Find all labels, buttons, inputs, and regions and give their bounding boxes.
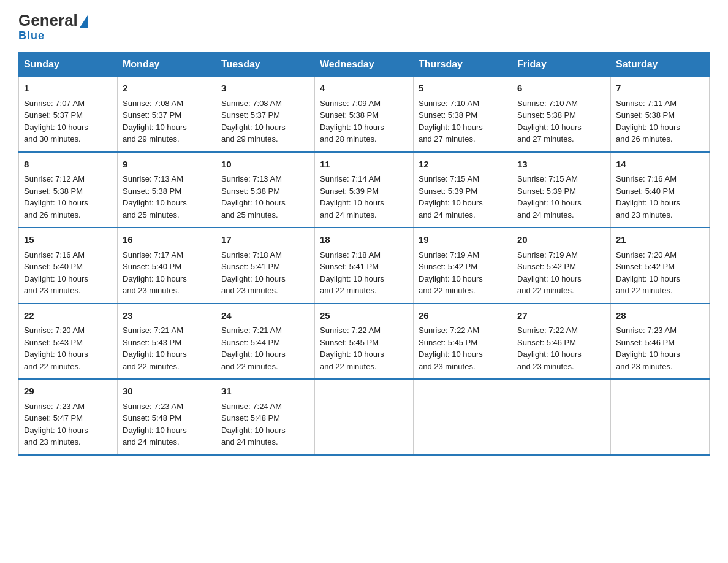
daylight-text: Daylight: 10 hours [320, 123, 384, 132]
calendar-body: 1Sunrise: 7:07 AMSunset: 5:37 PMDaylight… [19, 77, 710, 455]
daylight-minutes: and 22 minutes. [221, 362, 278, 371]
daylight-minutes: and 27 minutes. [517, 134, 574, 144]
daylight-minutes: and 25 minutes. [123, 210, 180, 220]
calendar-cell: 14Sunrise: 7:16 AMSunset: 5:40 PMDayligh… [611, 152, 710, 228]
sunset-text: Sunset: 5:38 PM [320, 110, 379, 120]
daylight-text: Daylight: 10 hours [221, 350, 286, 359]
calendar-cell: 22Sunrise: 7:20 AMSunset: 5:43 PMDayligh… [19, 304, 118, 380]
daylight-minutes: and 25 minutes. [221, 210, 278, 220]
sunset-text: Sunset: 5:40 PM [123, 262, 181, 271]
day-number: 10 [221, 158, 309, 172]
sunset-text: Sunset: 5:41 PM [320, 262, 379, 271]
daylight-text: Daylight: 10 hours [24, 350, 88, 359]
week-row-3: 15Sunrise: 7:16 AMSunset: 5:40 PMDayligh… [19, 228, 710, 304]
calendar-cell: 23Sunrise: 7:21 AMSunset: 5:43 PMDayligh… [118, 304, 216, 380]
day-number: 26 [419, 309, 507, 323]
daylight-text: Daylight: 10 hours [320, 198, 384, 207]
sunset-text: Sunset: 5:38 PM [123, 186, 181, 196]
day-number: 17 [221, 233, 309, 247]
daylight-minutes: and 23 minutes. [24, 286, 81, 295]
calendar-cell: 28Sunrise: 7:23 AMSunset: 5:46 PMDayligh… [611, 304, 710, 380]
sunset-text: Sunset: 5:39 PM [419, 186, 477, 196]
calendar-cell: 11Sunrise: 7:14 AMSunset: 5:39 PMDayligh… [315, 152, 414, 228]
sunrise-text: Sunrise: 7:08 AM [221, 99, 282, 108]
daylight-minutes: and 24 minutes. [517, 210, 574, 220]
sunrise-text: Sunrise: 7:20 AM [616, 250, 677, 259]
sunrise-text: Sunrise: 7:11 AM [616, 99, 677, 108]
sunrise-text: Sunrise: 7:10 AM [517, 99, 578, 108]
calendar-cell: 27Sunrise: 7:22 AMSunset: 5:46 PMDayligh… [512, 304, 611, 380]
sunrise-text: Sunrise: 7:21 AM [221, 326, 282, 335]
daylight-minutes: and 23 minutes. [616, 362, 673, 371]
daylight-minutes: and 24 minutes. [419, 210, 476, 220]
sunset-text: Sunset: 5:38 PM [221, 186, 280, 196]
daylight-text: Daylight: 10 hours [320, 350, 384, 359]
sunrise-text: Sunrise: 7:22 AM [320, 326, 381, 335]
daylight-text: Daylight: 10 hours [616, 123, 680, 132]
daylight-minutes: and 22 minutes. [616, 286, 673, 295]
sunset-text: Sunset: 5:41 PM [221, 262, 280, 271]
daylight-minutes: and 23 minutes. [419, 362, 476, 371]
day-number: 27 [517, 309, 605, 323]
daylight-minutes: and 29 minutes. [221, 134, 278, 144]
day-number: 29 [24, 385, 112, 399]
calendar-cell: 24Sunrise: 7:21 AMSunset: 5:44 PMDayligh… [216, 304, 315, 380]
daylight-text: Daylight: 10 hours [517, 274, 582, 283]
calendar-cell: 15Sunrise: 7:16 AMSunset: 5:40 PMDayligh… [19, 228, 118, 304]
calendar-cell: 25Sunrise: 7:22 AMSunset: 5:45 PMDayligh… [315, 304, 414, 380]
daylight-minutes: and 23 minutes. [123, 286, 180, 295]
sunrise-text: Sunrise: 7:23 AM [123, 402, 183, 411]
sunset-text: Sunset: 5:38 PM [24, 186, 83, 196]
sunset-text: Sunset: 5:42 PM [616, 262, 675, 271]
day-number: 6 [517, 82, 605, 96]
sunrise-text: Sunrise: 7:13 AM [221, 174, 282, 183]
day-number: 21 [616, 233, 704, 247]
calendar-cell: 9Sunrise: 7:13 AMSunset: 5:38 PMDaylight… [118, 152, 216, 228]
day-number: 20 [517, 233, 605, 247]
sunrise-text: Sunrise: 7:23 AM [616, 326, 677, 335]
daylight-text: Daylight: 10 hours [221, 198, 286, 207]
daylight-text: Daylight: 10 hours [24, 198, 88, 207]
day-number: 1 [24, 82, 112, 96]
sunrise-text: Sunrise: 7:13 AM [123, 174, 183, 183]
daylight-text: Daylight: 10 hours [419, 274, 483, 283]
sunset-text: Sunset: 5:37 PM [24, 110, 83, 120]
daylight-text: Daylight: 10 hours [123, 123, 187, 132]
daylight-minutes: and 22 minutes. [419, 286, 476, 295]
calendar-table: SundayMondayTuesdayWednesdayThursdayFrid… [18, 52, 710, 456]
sunset-text: Sunset: 5:48 PM [123, 413, 181, 423]
daylight-text: Daylight: 10 hours [517, 123, 582, 132]
day-number: 25 [320, 309, 408, 323]
daylight-minutes: and 23 minutes. [517, 362, 574, 371]
calendar-cell: 12Sunrise: 7:15 AMSunset: 5:39 PMDayligh… [414, 152, 512, 228]
sunrise-text: Sunrise: 7:19 AM [517, 250, 578, 259]
calendar-cell: 29Sunrise: 7:23 AMSunset: 5:47 PMDayligh… [19, 379, 118, 455]
daylight-minutes: and 22 minutes. [517, 286, 574, 295]
sunrise-text: Sunrise: 7:21 AM [123, 326, 183, 335]
sunrise-text: Sunrise: 7:16 AM [24, 250, 85, 259]
daylight-minutes: and 26 minutes. [24, 210, 81, 220]
daylight-minutes: and 22 minutes. [320, 286, 377, 295]
daylight-text: Daylight: 10 hours [221, 274, 286, 283]
sunrise-text: Sunrise: 7:07 AM [24, 99, 85, 108]
calendar-header-row: SundayMondayTuesdayWednesdayThursdayFrid… [19, 53, 710, 77]
daylight-text: Daylight: 10 hours [24, 426, 88, 435]
day-number: 11 [320, 158, 408, 172]
calendar-cell: 17Sunrise: 7:18 AMSunset: 5:41 PMDayligh… [216, 228, 315, 304]
daylight-minutes: and 24 minutes. [320, 210, 377, 220]
sunset-text: Sunset: 5:37 PM [221, 110, 280, 120]
daylight-text: Daylight: 10 hours [320, 274, 384, 283]
calendar-cell: 10Sunrise: 7:13 AMSunset: 5:38 PMDayligh… [216, 152, 315, 228]
sunset-text: Sunset: 5:43 PM [123, 338, 181, 347]
calendar-cell: 7Sunrise: 7:11 AMSunset: 5:38 PMDaylight… [611, 77, 710, 152]
week-row-1: 1Sunrise: 7:07 AMSunset: 5:37 PMDaylight… [19, 77, 710, 152]
calendar-cell: 16Sunrise: 7:17 AMSunset: 5:40 PMDayligh… [118, 228, 216, 304]
day-number: 12 [419, 158, 507, 172]
day-number: 24 [221, 309, 309, 323]
sunset-text: Sunset: 5:38 PM [616, 110, 675, 120]
day-number: 28 [616, 309, 704, 323]
week-row-2: 8Sunrise: 7:12 AMSunset: 5:38 PMDaylight… [19, 152, 710, 228]
calendar-cell: 31Sunrise: 7:24 AMSunset: 5:48 PMDayligh… [216, 379, 315, 455]
sunrise-text: Sunrise: 7:12 AM [24, 174, 85, 183]
sunrise-text: Sunrise: 7:22 AM [517, 326, 578, 335]
